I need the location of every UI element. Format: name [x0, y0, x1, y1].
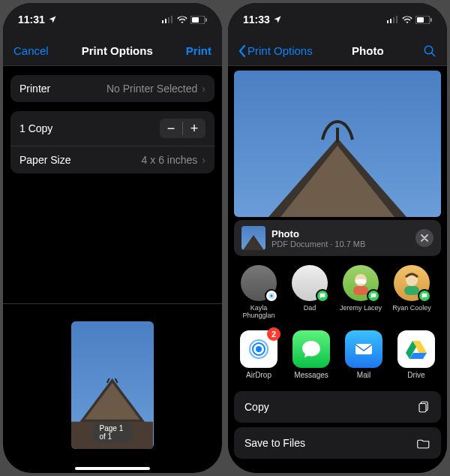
share-sheet-screen: 11:33 Print Options Photo: [228, 3, 447, 473]
svg-rect-5: [192, 17, 199, 23]
copy-icon: [417, 400, 430, 414]
printer-group: Printer No Printer Selected ›: [10, 75, 214, 102]
apps-row[interactable]: 2 AirDrop Messages Mail Drive: [228, 326, 447, 387]
app-messages[interactable]: Messages: [290, 330, 333, 379]
contact-name: Kayla Phungglan: [237, 304, 280, 320]
svg-marker-8: [85, 383, 140, 420]
save-to-files-action[interactable]: Save to Files: [234, 427, 441, 459]
status-time: 11:31: [18, 14, 45, 26]
status-bar: 11:31: [3, 3, 222, 36]
plus-button[interactable]: +: [183, 119, 206, 138]
contacts-row[interactable]: Kayla Phungglan Dad Jeremy Lacey: [228, 259, 447, 326]
status-bar: 11:33: [228, 3, 447, 36]
svg-rect-1: [165, 19, 166, 23]
mail-icon: [345, 330, 382, 368]
contact-name: Ryan Cooley: [392, 304, 431, 312]
contact-name: Jeremy Lacey: [340, 304, 382, 312]
svg-point-30: [256, 346, 262, 352]
share-item-name: Photo: [272, 228, 410, 240]
svg-rect-16: [430, 18, 432, 22]
avatar: [394, 265, 430, 301]
app-name: Drive: [407, 371, 424, 379]
status-time: 11:33: [243, 14, 270, 26]
svg-line-18: [431, 53, 435, 56]
copies-stepper[interactable]: − +: [160, 119, 206, 138]
page-thumbnail[interactable]: Page 1 of 1: [71, 321, 154, 449]
messages-icon: [292, 330, 330, 368]
copy-action[interactable]: Copy: [234, 391, 441, 423]
chevron-right-icon: ›: [202, 154, 206, 166]
location-arrow-icon: [273, 15, 282, 24]
printer-value: No Printer Selected: [106, 83, 197, 95]
wifi-icon: [177, 16, 188, 23]
printer-row[interactable]: Printer No Printer Selected ›: [10, 75, 214, 102]
chevron-right-icon: ›: [202, 83, 206, 95]
document-preview[interactable]: [234, 71, 441, 217]
nav-bar: Cancel Print Options Print: [3, 36, 222, 66]
avatar: [241, 265, 277, 301]
svg-rect-10: [387, 20, 388, 23]
copies-row: 1 Copy − +: [10, 111, 214, 146]
location-arrow-icon: [48, 15, 57, 24]
wifi-icon: [402, 16, 412, 23]
contact-ryan[interactable]: Ryan Cooley: [390, 265, 434, 320]
svg-rect-3: [171, 16, 172, 23]
messages-badge-icon: [316, 289, 329, 303]
minus-button[interactable]: −: [160, 119, 182, 138]
svg-rect-2: [168, 17, 170, 23]
contact-kayla[interactable]: Kayla Phungglan: [237, 265, 280, 320]
svg-rect-29: [404, 286, 419, 295]
badge: 2: [267, 327, 280, 341]
svg-rect-6: [206, 18, 207, 22]
contact-jeremy[interactable]: Jeremy Lacey: [339, 265, 382, 320]
svg-rect-13: [396, 16, 398, 23]
status-indicators: [162, 16, 207, 24]
drive-icon: [398, 330, 435, 368]
status-indicators: [387, 16, 432, 24]
chevron-left-icon: [238, 45, 246, 57]
battery-icon: [190, 16, 207, 24]
messages-badge-icon: [367, 289, 380, 303]
nav-title: Print Options: [82, 44, 153, 57]
photo-content: [234, 71, 441, 217]
actions-list: Copy Save to Files: [234, 391, 441, 459]
nav-bar: Print Options Photo: [228, 36, 447, 66]
cellular-icon: [162, 16, 174, 23]
svg-rect-26: [353, 286, 368, 295]
airdrop-badge-icon: [268, 292, 275, 300]
share-item-meta: PDF Document · 10.7 MB: [272, 240, 410, 249]
app-mail[interactable]: Mail: [342, 330, 386, 379]
close-button[interactable]: [416, 229, 434, 247]
close-icon: [421, 234, 428, 242]
svg-rect-33: [356, 344, 372, 354]
print-options-screen: 11:31 Cancel Print Options Print Printer…: [3, 3, 222, 473]
svg-rect-27: [356, 279, 366, 284]
cancel-button[interactable]: Cancel: [14, 44, 49, 57]
search-button[interactable]: [423, 44, 436, 58]
paper-size-row[interactable]: Paper Size 4 x 6 inches ›: [10, 146, 214, 173]
nav-title: Photo: [352, 44, 384, 57]
messages-badge-icon: [418, 289, 431, 303]
home-indicator[interactable]: [75, 467, 150, 470]
contact-dad[interactable]: Dad: [288, 265, 332, 320]
svg-point-23: [270, 294, 272, 297]
app-drive[interactable]: Drive: [394, 330, 438, 379]
svg-rect-11: [390, 19, 392, 23]
paper-size-value: 4 x 6 inches: [142, 154, 198, 166]
avatar: [343, 265, 379, 301]
share-item-card: Photo PDF Document · 10.7 MB: [234, 220, 441, 256]
options-group: 1 Copy − + Paper Size 4 x 6 inches ›: [10, 111, 214, 173]
svg-rect-15: [417, 17, 424, 23]
search-icon: [423, 44, 436, 58]
paper-size-label: Paper Size: [20, 154, 70, 166]
share-item-thumb: [242, 226, 266, 250]
printer-label: Printer: [20, 83, 50, 95]
airdrop-icon: 2: [240, 330, 278, 368]
app-airdrop[interactable]: 2 AirDrop: [237, 330, 280, 379]
print-button[interactable]: Print: [186, 44, 212, 57]
page-preview-area: Page 1 of 1: [3, 303, 222, 465]
back-button[interactable]: Print Options: [238, 44, 313, 57]
svg-rect-38: [419, 403, 426, 411]
svg-rect-12: [393, 17, 394, 23]
app-name: AirDrop: [246, 371, 272, 379]
